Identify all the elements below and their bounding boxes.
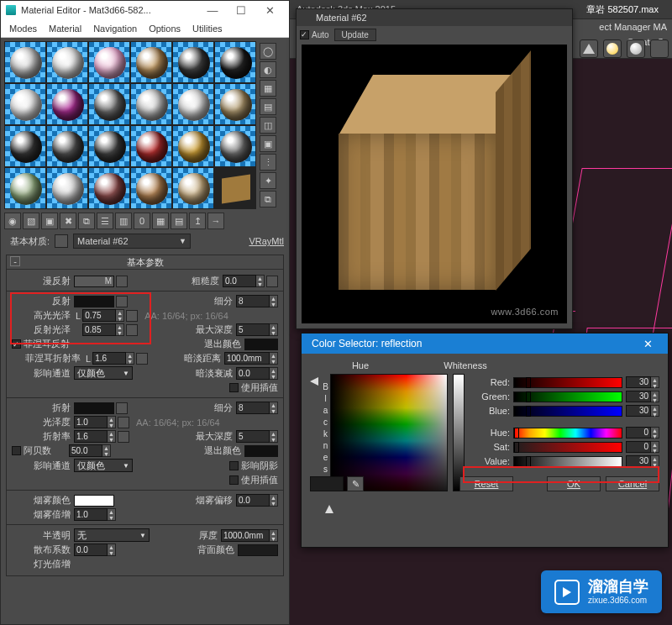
spinner-icon[interactable]: ▲▼ [102, 444, 111, 457]
show-in-vp-icon[interactable]: ▦ [152, 213, 169, 229]
roughness-field[interactable] [223, 275, 256, 287]
put-to-lib-icon[interactable]: ▥ [115, 213, 132, 229]
green-field[interactable]: 30 [626, 391, 651, 402]
map-button[interactable] [266, 276, 278, 287]
spinner-icon[interactable]: ▲▼ [116, 309, 124, 322]
auto-checkbox[interactable] [300, 30, 309, 39]
exitcolor-swatch[interactable] [244, 339, 278, 350]
light-white-icon[interactable] [627, 39, 645, 58]
current-color-swatch[interactable] [310, 476, 344, 491]
rollout-header[interactable]: - 基本参数 [7, 255, 283, 270]
light-yellow-icon[interactable] [603, 39, 622, 58]
sample-slot[interactable] [88, 83, 130, 125]
menu-utilities[interactable]: Utilities [192, 24, 222, 34]
sample-slot[interactable] [46, 41, 88, 83]
lock-l[interactable]: L [76, 311, 81, 321]
sample-slot[interactable] [172, 125, 214, 167]
value-bar[interactable] [453, 374, 465, 491]
dimfall-field[interactable] [236, 367, 270, 380]
hue-whiteness-picker[interactable] [330, 374, 448, 491]
update-tab[interactable]: Update [334, 29, 376, 41]
blue-slider[interactable] [513, 406, 622, 417]
preview-canvas[interactable]: www.3d66.com [302, 45, 567, 323]
menu-modes[interactable]: Modes [9, 24, 37, 34]
red-slider[interactable] [513, 377, 622, 388]
background-icon[interactable]: ▦ [260, 80, 276, 97]
menu-options[interactable]: Options [149, 24, 181, 34]
preview-icon[interactable]: ▣ [260, 135, 276, 152]
close-button[interactable]: ✕ [633, 338, 663, 350]
map-button[interactable] [126, 324, 138, 336]
reset-map-icon[interactable]: ✖ [60, 213, 76, 229]
gloss-field[interactable] [74, 416, 108, 428]
maxdepth-field2[interactable] [236, 430, 270, 443]
fogbias-field[interactable] [236, 494, 270, 507]
backlight-icon[interactable]: ◐ [260, 61, 276, 78]
translucent-select[interactable]: 无▼ [74, 528, 150, 542]
sample-slot[interactable] [4, 167, 46, 209]
sample-slot[interactable] [172, 167, 214, 209]
make-unique-icon[interactable]: ☰ [97, 213, 113, 229]
reflect-swatch[interactable] [74, 296, 114, 307]
sample-slot[interactable] [130, 125, 172, 167]
light-cone-icon[interactable] [580, 39, 598, 58]
fresnel-ior-field[interactable] [92, 352, 126, 365]
material-name-field[interactable]: Material #62▼ [73, 234, 191, 249]
close-button[interactable]: ✕ [255, 4, 284, 17]
spinner-icon[interactable]: ▲▼ [270, 367, 278, 380]
useinterp-checkbox2[interactable] [229, 475, 239, 485]
sample-slot[interactable] [130, 83, 172, 125]
eyedropper-icon[interactable] [55, 234, 68, 248]
options-icon[interactable]: ⋮ [260, 154, 276, 171]
map-button[interactable] [136, 353, 148, 365]
sample-slot[interactable] [88, 125, 130, 167]
abbe-checkbox[interactable] [12, 446, 21, 455]
spinner-icon[interactable]: ▲▼ [270, 402, 278, 414]
sample-slot[interactable] [88, 167, 130, 209]
assign-to-sel-icon[interactable]: ▣ [41, 213, 58, 229]
map-button[interactable] [118, 431, 129, 443]
minimize-button[interactable]: — [198, 4, 227, 17]
lock-l[interactable]: L [86, 354, 91, 364]
spinner-icon[interactable]: ▲▼ [270, 529, 278, 542]
ior-field[interactable] [74, 430, 108, 443]
sample-slot[interactable] [88, 41, 130, 83]
value-field[interactable]: 30 [626, 455, 651, 467]
sat-slider[interactable] [513, 442, 622, 453]
select-by-mat-icon[interactable]: ✦ [260, 172, 276, 189]
value-slider[interactable] [513, 456, 622, 467]
spinner-icon[interactable]: ▲▼ [108, 416, 116, 428]
dimdist-field[interactable] [224, 352, 270, 365]
spinner-icon[interactable]: ▲▼ [108, 508, 116, 521]
menu-navigation[interactable]: Navigation [93, 24, 137, 34]
hue-field[interactable]: 0 [626, 427, 651, 439]
spinner-icon[interactable]: ▲▼ [270, 430, 278, 443]
spinner-icon[interactable]: ▲▼ [270, 352, 278, 365]
sample-slot[interactable] [130, 41, 172, 83]
map-button[interactable] [116, 402, 128, 414]
refract-swatch[interactable] [74, 402, 114, 414]
sat-field[interactable]: 0 [626, 441, 651, 453]
subdiv-field[interactable] [236, 295, 270, 307]
go-forward-icon[interactable]: → [207, 213, 224, 229]
preview-titlebar[interactable]: Material #62 [297, 9, 572, 26]
put-to-scene-icon[interactable]: ▧ [23, 213, 39, 229]
fogcolor-swatch[interactable] [74, 495, 114, 507]
sample-uv-icon[interactable]: ▤ [260, 98, 276, 115]
affectshadow-checkbox[interactable] [229, 461, 239, 470]
light-blank-icon[interactable] [650, 39, 669, 58]
useinterp-checkbox[interactable] [229, 383, 239, 392]
backcolor-swatch[interactable] [238, 544, 278, 556]
material-editor-titlebar[interactable]: Material Editor - Mat3d66-582... — ☐ ✕ [1, 1, 289, 19]
go-parent-icon[interactable]: ↥ [189, 213, 206, 229]
sample-slot[interactable] [172, 83, 214, 125]
spinner-icon[interactable]: ▲▼ [108, 430, 116, 443]
sample-slot[interactable] [214, 83, 256, 125]
sample-slot[interactable] [4, 41, 46, 83]
ok-button[interactable]: OK [547, 476, 601, 491]
sample-slot[interactable] [46, 167, 88, 209]
spinner-icon[interactable]: ▲▼ [126, 352, 134, 365]
green-slider[interactable] [513, 391, 622, 402]
spinner-icon[interactable]: ▲▼ [651, 455, 659, 467]
mat-id-icon[interactable]: 0 [134, 213, 150, 229]
